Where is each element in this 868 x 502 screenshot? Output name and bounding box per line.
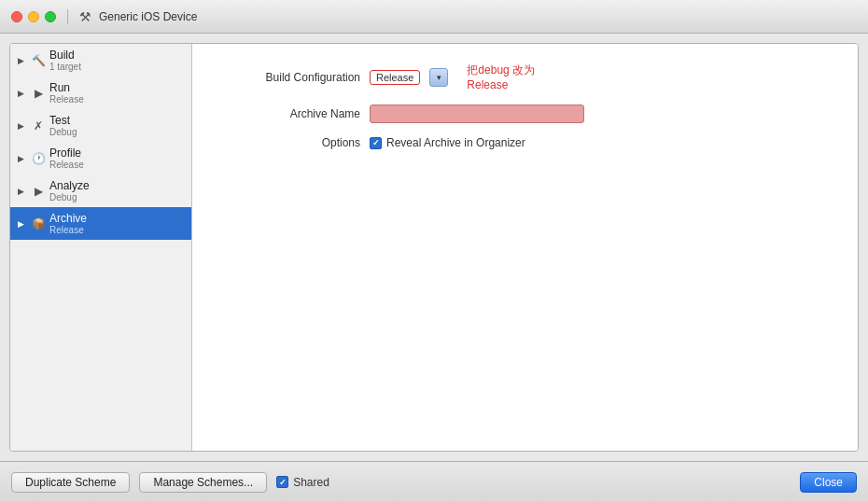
traffic-lights <box>11 11 56 22</box>
configuration-dropdown[interactable]: ▾ <box>429 68 448 87</box>
expand-arrow-test: ▶ <box>18 121 27 131</box>
reveal-archive-label: Reveal Archive in Organizer <box>386 136 525 149</box>
device-label: Generic iOS Device <box>99 10 197 23</box>
build-configuration-label: Build Configuration <box>220 71 370 84</box>
build-subtitle: 1 target <box>49 62 81 72</box>
expand-arrow-analyze: ▶ <box>18 187 27 196</box>
sidebar-item-run[interactable]: ▶ ▶ Run Release <box>10 77 191 109</box>
sidebar-item-build[interactable]: ▶ 🔨 Build 1 target <box>10 44 191 77</box>
archive-subtitle: Release <box>49 225 87 235</box>
analyze-text: Analyze Debug <box>49 179 90 202</box>
reveal-archive-checkbox[interactable] <box>370 137 382 149</box>
bottom-bar: Duplicate Scheme Manage Schemes... Share… <box>0 461 868 502</box>
profile-text: Profile Release <box>49 146 84 170</box>
duplicate-scheme-button[interactable]: Duplicate Scheme <box>11 472 130 493</box>
archive-name-row: Archive Name <box>220 105 830 123</box>
build-configuration-row: Build Configuration Release ▾ 把debug 改为 … <box>220 63 830 91</box>
analyze-subtitle: Debug <box>49 192 90 202</box>
sidebar-item-test[interactable]: ▶ ✗ Test Debug <box>10 109 191 142</box>
title-bar: ⚒ Generic iOS Device <box>0 0 868 34</box>
expand-arrow-build: ▶ <box>18 56 27 65</box>
build-icon: 🔨 <box>31 53 46 68</box>
title-separator <box>67 9 68 24</box>
close-button[interactable]: Close <box>800 472 857 493</box>
scheme-panel: ▶ 🔨 Build 1 target ▶ ▶ Run Release <box>9 43 859 452</box>
annotation-block: 把debug 改为 Release <box>459 63 535 91</box>
run-subtitle: Release <box>49 94 84 105</box>
options-label: Options <box>220 136 370 149</box>
analyze-icon: ▶ <box>31 184 46 199</box>
shared-checkbox[interactable] <box>276 476 288 488</box>
archive-text: Archive Release <box>49 212 87 235</box>
archive-name-control <box>370 105 584 123</box>
test-icon: ✗ <box>31 119 46 133</box>
annotation-line1: 把debug 改为 <box>467 63 535 78</box>
archive-name-input[interactable] <box>370 105 584 123</box>
archive-icon: 📦 <box>31 216 46 231</box>
sidebar-item-profile[interactable]: ▶ 🕐 Profile Release <box>10 142 191 174</box>
profile-icon: 🕐 <box>31 151 46 166</box>
main-content: ▶ 🔨 Build 1 target ▶ ▶ Run Release <box>0 34 868 461</box>
run-icon: ▶ <box>31 86 46 101</box>
sidebar-item-archive[interactable]: ▶ 📦 Archive Release <box>10 207 191 240</box>
scheme-body: ▶ 🔨 Build 1 target ▶ ▶ Run Release <box>10 44 858 451</box>
test-text: Test Debug <box>49 114 77 137</box>
annotation-line2: Release <box>467 78 535 91</box>
device-icon: ⚒ <box>79 9 91 24</box>
maximize-window-button[interactable] <box>45 11 56 22</box>
build-configuration-control: Release ▾ 把debug 改为 Release <box>370 63 535 91</box>
archive-title: Archive <box>49 212 87 225</box>
shared-checkbox-wrapper: Shared <box>276 476 329 489</box>
release-badge: Release <box>370 70 420 85</box>
manage-schemes-button[interactable]: Manage Schemes... <box>139 472 267 493</box>
shared-label: Shared <box>293 476 329 489</box>
test-subtitle: Debug <box>49 127 77 137</box>
expand-arrow-profile: ▶ <box>18 154 27 163</box>
analyze-title: Analyze <box>49 179 90 192</box>
close-window-button[interactable] <box>11 11 22 22</box>
expand-arrow-archive: ▶ <box>18 219 27 229</box>
build-text: Build 1 target <box>49 49 81 72</box>
main-panel: Build Configuration Release ▾ 把debug 改为 … <box>192 44 858 451</box>
test-title: Test <box>49 114 77 127</box>
run-text: Run Release <box>49 81 84 105</box>
profile-subtitle: Release <box>49 160 84 170</box>
sidebar: ▶ 🔨 Build 1 target ▶ ▶ Run Release <box>10 44 192 451</box>
run-title: Run <box>49 81 84 94</box>
build-title: Build <box>49 49 81 62</box>
profile-title: Profile <box>49 146 84 160</box>
options-control: Reveal Archive in Organizer <box>370 136 525 149</box>
minimize-window-button[interactable] <box>28 11 39 22</box>
sidebar-item-analyze[interactable]: ▶ ▶ Analyze Debug <box>10 174 191 207</box>
options-row: Options Reveal Archive in Organizer <box>220 136 830 149</box>
archive-name-label: Archive Name <box>220 107 370 120</box>
expand-arrow-run: ▶ <box>18 89 27 98</box>
